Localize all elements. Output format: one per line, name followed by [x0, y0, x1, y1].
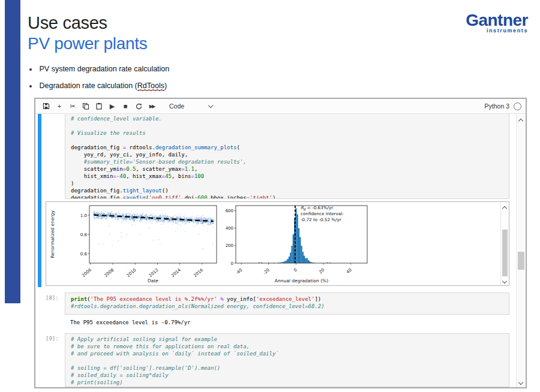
scroll-down-icon[interactable]: [518, 380, 523, 385]
svg-text:1.0: 1.0: [80, 213, 87, 218]
svg-text:2016: 2016: [193, 267, 204, 278]
bullet-item-2: Degradation rate calculation (RdTools): [29, 82, 167, 90]
notebook-content: # confidence_level variable. # Visualize…: [35, 114, 526, 387]
slide: Use cases PV power plants Gantner instru…: [0, 0, 540, 392]
svg-text:600: 600: [226, 209, 233, 213]
bullet-1-text: PV system degradation rate calculation: [39, 65, 169, 73]
page-subtitle: PV power plants: [28, 34, 147, 53]
output-scrollbar[interactable]: [500, 202, 509, 285]
notebook-scroll-thumb[interactable]: [518, 252, 524, 270]
output-scroll-thumb[interactable]: [502, 230, 508, 276]
gantner-logo: Gantner instruments: [456, 12, 528, 34]
svg-text:2010: 2010: [126, 267, 137, 278]
svg-text:Date: Date: [148, 278, 158, 284]
svg-text:-0.72 to -0.52 %/yr: -0.72 to -0.52 %/yr: [301, 217, 341, 222]
rdtools-link[interactable]: RdTools: [137, 82, 164, 91]
notebook-window: + ✂ ▶ ■ ▶▶ Code Python 3: [34, 98, 527, 388]
svg-text:-20: -20: [262, 267, 271, 275]
notebook-toolbar: + ✂ ▶ ■ ▶▶ Code Python 3: [35, 99, 526, 114]
add-cell-icon[interactable]: +: [53, 100, 66, 112]
page-title: Use cases: [28, 13, 107, 33]
cell9-input[interactable]: # Apply artificial soiling signal for ex…: [65, 333, 509, 387]
kernel-status-icon[interactable]: [514, 102, 521, 110]
chevron-down-icon: [208, 102, 213, 107]
run-icon[interactable]: ▶: [106, 100, 119, 112]
bullet-2-text: Degradation rate calculation (: [39, 82, 137, 90]
svg-text:400: 400: [226, 226, 233, 231]
svg-text:2014: 2014: [170, 267, 182, 278]
logo-brand: Gantner: [456, 12, 528, 29]
svg-text:200: 200: [226, 243, 233, 248]
run-all-icon[interactable]: ▶▶: [145, 100, 158, 112]
svg-text:20: 20: [318, 267, 325, 275]
restart-kernel-icon[interactable]: [132, 100, 145, 112]
svg-text:2008: 2008: [104, 267, 115, 278]
paste-icon[interactable]: [92, 100, 106, 112]
svg-text:0.6: 0.6: [80, 252, 88, 257]
figure-output-box: 0.60.81.0200620082010201220142016DateRen…: [46, 201, 509, 286]
cell-type-label: Code: [169, 102, 184, 110]
bullet-dot: [29, 68, 32, 71]
scroll-up-icon[interactable]: [518, 119, 523, 123]
svg-text:-40: -40: [235, 267, 244, 275]
bullet-dot: [29, 85, 32, 88]
notebook-scrollbar[interactable]: [516, 114, 526, 387]
cell8-output: The P95 exceedance level is -0.79%/yr: [70, 319, 190, 325]
copy-icon[interactable]: [79, 100, 92, 112]
svg-text:0: 0: [293, 267, 298, 273]
cell-selection-bar[interactable]: [38, 114, 41, 287]
cell8-prompt: [8]:: [46, 295, 59, 301]
svg-text:40: 40: [346, 267, 353, 275]
svg-text:Rd = -0.63%/yr: Rd = -0.63%/yr: [301, 205, 333, 211]
code-cell-input[interactable]: # confidence_level variable. # Visualize…: [65, 114, 509, 199]
bullet-2-text-end: ): [164, 82, 167, 90]
scroll-up-icon[interactable]: [502, 206, 507, 211]
svg-text:Renormalized energy: Renormalized energy: [50, 210, 55, 258]
svg-text:0: 0: [231, 261, 233, 266]
svg-text:Annual degradation (%): Annual degradation (%): [275, 278, 328, 284]
svg-text:0.8: 0.8: [80, 233, 87, 237]
accent-bar: [5, 0, 20, 303]
cut-icon[interactable]: ✂: [66, 100, 79, 112]
svg-text:confidence interval:: confidence interval:: [301, 211, 343, 216]
cell-type-dropdown[interactable]: Code: [167, 101, 215, 111]
bullet-item-1: PV system degradation rate calculation: [29, 65, 169, 73]
kernel-name: Python 3: [485, 102, 509, 110]
save-icon[interactable]: [40, 100, 53, 112]
svg-text:2012: 2012: [148, 267, 160, 278]
degradation-figure: 0.60.81.0200620082010201220142016DateRen…: [46, 202, 501, 285]
cell9-prompt: [9]:: [46, 336, 59, 342]
stop-icon[interactable]: ■: [119, 100, 132, 112]
svg-text:2006: 2006: [81, 267, 92, 278]
scroll-down-icon[interactable]: [502, 279, 507, 284]
cell8-input[interactable]: print('The P95 exceedance level is %.2f%…: [65, 293, 509, 315]
kernel-area: Python 3: [485, 102, 521, 110]
